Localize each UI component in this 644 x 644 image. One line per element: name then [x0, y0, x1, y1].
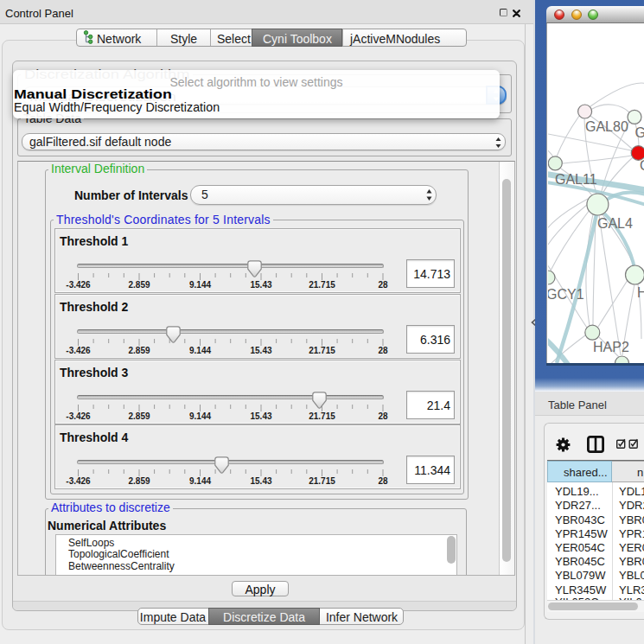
- svg-text:HAP2: HAP2: [593, 340, 629, 354]
- svg-text:GAL80: GAL80: [585, 119, 628, 134]
- svg-text:GCY1: GCY1: [548, 287, 584, 302]
- svg-text:G.: G.: [635, 125, 644, 140]
- svg-text:GAL11: GAL11: [555, 172, 597, 187]
- svg-text:GAL4: GAL4: [597, 216, 633, 231]
- svg-text:H: H: [637, 285, 644, 300]
- svg-text:C: C: [640, 158, 644, 173]
